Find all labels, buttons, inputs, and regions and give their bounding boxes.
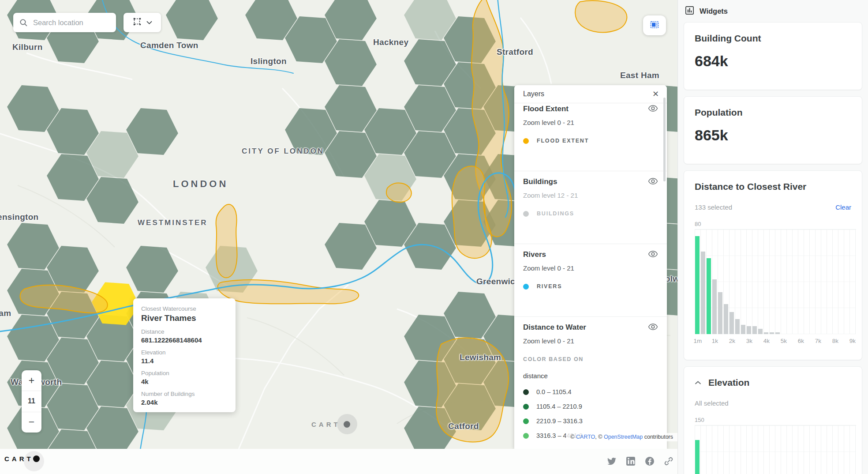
visibility-eye-icon[interactable] <box>648 177 658 187</box>
twitter-icon[interactable] <box>606 456 617 466</box>
legend-label: BUILDINGS <box>537 211 574 217</box>
legend-class-label: 2210.9 – 3316.3 <box>536 418 583 425</box>
map-label: LONDON <box>173 178 228 190</box>
zoom-in-button[interactable]: + <box>22 370 41 391</box>
layer-legend: RIVERS <box>523 283 658 290</box>
panel-scrollbar[interactable] <box>663 98 666 181</box>
osm-attribution-link[interactable]: OpenStreetMap <box>604 434 643 440</box>
search-input[interactable] <box>32 18 131 27</box>
map-label: Fulham <box>0 308 11 318</box>
share-link-icon[interactable] <box>663 456 674 466</box>
elevation-histogram-chart[interactable] <box>695 425 856 474</box>
legend-class-label: 0.0 – 1105.4 <box>536 388 572 395</box>
close-icon[interactable]: ✕ <box>652 90 659 98</box>
widget-population: Population 865k <box>684 96 862 164</box>
histogram-bar[interactable] <box>752 326 757 334</box>
x-axis-tick-label: 8k <box>830 338 841 344</box>
histogram-bar[interactable] <box>695 236 700 334</box>
attribution-text: contributors <box>643 434 673 440</box>
tooltip-value: 2.04k <box>141 399 228 406</box>
tooltip-value: 4k <box>141 378 228 385</box>
clear-selection-button[interactable]: Clear <box>835 203 851 211</box>
histogram-bar[interactable] <box>741 325 745 334</box>
carto-watermark-disc <box>337 414 357 434</box>
tooltip-label: Elevation <box>141 349 228 356</box>
histogram-bar[interactable] <box>730 312 734 334</box>
carto-map-watermark: CART <box>311 414 357 434</box>
histogram-bar[interactable] <box>775 332 780 334</box>
widget-distance-histogram: Distance to Closest River 133 selected C… <box>684 170 862 360</box>
histogram-bar[interactable] <box>747 326 751 334</box>
map-label: Kilburn <box>12 42 43 52</box>
layer-legend: FLOOD EXTENT <box>523 138 658 144</box>
tooltip-value: 11.4 <box>141 357 228 365</box>
collapse-chevron-icon[interactable] <box>695 380 701 385</box>
tooltip-label: Distance <box>141 328 228 335</box>
x-axis-tick-label: 3k <box>744 338 755 344</box>
widget-title: Building Count <box>695 33 851 44</box>
carto-logo[interactable]: CART <box>4 455 40 463</box>
layer-zoom-range: Zoom level 0 - 21 <box>523 119 658 126</box>
chevron-down-icon <box>146 19 152 26</box>
zoom-level-indicator: 11 <box>22 391 41 412</box>
map-label: Greenwich <box>476 277 520 286</box>
histogram-bar[interactable] <box>724 304 728 334</box>
map-label: East Ham <box>620 71 659 80</box>
widget-elevation-histogram: Elevation All selected 150 <box>684 366 862 474</box>
carto-watermark-letters: CART <box>311 421 340 428</box>
histogram-bar[interactable] <box>764 332 768 334</box>
carto-logo-dot <box>33 455 40 462</box>
histogram-bar[interactable] <box>712 279 717 334</box>
map-label: CITY OF LONDON <box>242 147 324 156</box>
map-label: Islington <box>251 56 287 66</box>
polygon-select-icon <box>132 17 142 28</box>
widget-title: Population <box>695 107 851 118</box>
legend-label: RIVERS <box>537 283 562 290</box>
x-axis-tick-label: 9k <box>847 338 858 344</box>
histogram-bar[interactable] <box>695 440 700 474</box>
carto-attribution-link[interactable]: CARTO <box>576 434 595 440</box>
histogram-bar[interactable] <box>701 252 705 334</box>
carto-watermark-dot <box>344 421 350 428</box>
widget-value: 684k <box>695 53 851 70</box>
draw-selection-tool-button[interactable] <box>123 13 161 32</box>
visibility-eye-icon[interactable] <box>648 323 658 332</box>
layer-item-flood-extent: Flood Extent Zoom level 0 - 21 FLOOD EXT… <box>514 98 667 171</box>
widget-title: Distance to Closest River <box>695 181 851 192</box>
layers-panel: Layers ✕ Flood Extent Zoom level 0 - 21 … <box>514 85 667 449</box>
visibility-eye-icon[interactable] <box>648 250 658 260</box>
layer-item-buildings: Buildings Zoom level 12 - 21 BUILDINGS <box>514 171 667 244</box>
layers-panel-header: Layers ✕ <box>514 85 667 103</box>
visibility-eye-icon[interactable] <box>648 105 658 114</box>
selection-count: 133 selected <box>695 203 732 211</box>
histogram-bar[interactable] <box>735 319 740 334</box>
y-axis-max-label: 80 <box>695 221 851 227</box>
legend-class-row: 0.0 – 1105.4 <box>523 388 658 395</box>
map-label: Hackney <box>373 38 408 47</box>
tooltip-label: Closest Watercourse <box>141 305 228 312</box>
layers-panel-body: Flood Extent Zoom level 0 - 21 FLOOD EXT… <box>514 98 667 449</box>
x-axis-labels: 1m1k2k3k4k5k6k7k8k9k <box>695 337 851 347</box>
sidebar-panel-icon <box>649 19 660 32</box>
histogram-bar[interactable] <box>758 329 763 334</box>
map-canvas[interactable]: KilburnCamden TownIslingtonHackneyStratf… <box>0 0 677 449</box>
layers-panel-toggle-button[interactable] <box>643 15 666 35</box>
facebook-icon[interactable] <box>644 456 655 466</box>
layer-name: Distance to Water <box>523 323 658 332</box>
zoom-out-button[interactable]: − <box>22 412 41 433</box>
widget-value: 865k <box>695 127 851 144</box>
distance-histogram-chart[interactable] <box>695 229 856 334</box>
linkedin-icon[interactable] <box>625 456 636 466</box>
x-axis-tick-label: 5k <box>778 338 789 344</box>
color-based-on-label: COLOR BASED ON <box>523 356 658 362</box>
y-axis-max-label: 150 <box>695 417 851 423</box>
map-label: Camden Town <box>140 41 198 50</box>
histogram-bar[interactable] <box>770 332 774 334</box>
color-attribute-name: distance <box>523 372 658 380</box>
legend-class-row: 2210.9 – 3316.3 <box>523 418 658 425</box>
map-label: WESTMINSTER <box>138 218 208 227</box>
footer-bar: CART <box>0 449 677 474</box>
widget-building-count: Building Count 684k <box>684 22 862 90</box>
histogram-bar[interactable] <box>707 258 711 334</box>
histogram-bar[interactable] <box>718 292 722 334</box>
